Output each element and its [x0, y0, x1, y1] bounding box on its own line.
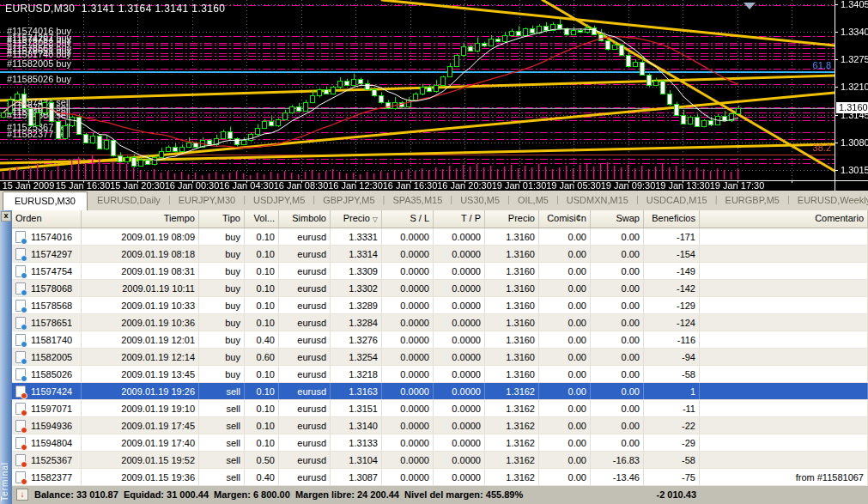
table-row-order-11582005[interactable]: 115820052009.01.19 12:14buy0.60eurusd1.3…	[12, 349, 868, 366]
tab-eurjpy-m30[interactable]: EURJPY,M30	[171, 191, 243, 210]
cell-precio: 1.3163	[331, 383, 382, 399]
price-axis-label: 1.3275	[841, 54, 868, 64]
price-chart-canvas[interactable]	[0, 0, 868, 191]
cell-tipo: sell	[199, 400, 245, 416]
table-row-order-11582377[interactable]: 115823772009.01.15 19:36sell0.40eurusd1.…	[12, 469, 868, 486]
cell-tipo: buy	[199, 280, 245, 296]
cell-tipo: sell	[199, 383, 245, 399]
cell-tipo: sell	[199, 434, 245, 451]
column-header-comentario[interactable]: Comentario	[700, 210, 868, 228]
tab-eurusd-daily[interactable]: EURUSD,Daily	[89, 191, 168, 210]
cell-tiempo: 2009.01.15 19:52	[82, 452, 199, 468]
cell-vol-: 0.40	[245, 331, 279, 348]
column-header-simbolo[interactable]: Simbolo	[279, 210, 331, 228]
tab-oil-m5[interactable]: OIL,M5	[510, 191, 556, 210]
table-row-order-11597424[interactable]: 115974242009.01.19 19:26sell0.10eurusd1.…	[12, 383, 868, 400]
cell-t-p: 0.0000	[434, 417, 485, 434]
cell-t-p: 0.0000	[434, 280, 485, 296]
table-row-order-11594804[interactable]: 115948042009.01.19 17:40sell0.10eurusd1.…	[12, 434, 868, 452]
cell-tiempo: 2009.01.19 10:33	[82, 297, 199, 313]
cell-precio: 1.3162	[485, 383, 539, 399]
column-header-orden[interactable]: Orden	[12, 210, 82, 228]
cell-precio: 1.3162	[485, 400, 539, 416]
tab-spa35-m15[interactable]: SPA35,M15	[385, 191, 450, 210]
cell-tiempo: 2009.01.19 08:09	[82, 228, 199, 245]
cell-orden: 11594936	[12, 417, 82, 434]
time-axis-label: 19 Jan 05:30	[546, 180, 601, 191]
column-header-precio[interactable]: Precio	[485, 210, 539, 228]
table-row-order-11585026[interactable]: 115850262009.01.19 13:45buy0.10eurusd1.3…	[12, 366, 868, 383]
order-buy-icon	[15, 265, 26, 277]
cell-beneficios: -22	[644, 417, 700, 434]
price-axis-label: 1.3210	[841, 82, 868, 92]
cell-comisi-n: 0.00	[539, 297, 591, 313]
cell-tiempo: 2009.01.19 10:11	[82, 280, 199, 296]
cell-precio: 1.3331	[331, 228, 382, 245]
cell-simbolo: eurusd	[279, 452, 331, 468]
table-row-order-11578568[interactable]: 115785682009.01.19 10:33buy0.10eurusd1.3…	[12, 297, 868, 314]
column-header-t-p[interactable]: T / P	[434, 210, 485, 228]
cell-comisi-n: 0.00	[539, 417, 591, 434]
table-row-order-11525367[interactable]: 115253672009.01.15 19:52sell0.50eurusd1.…	[12, 452, 868, 469]
cell-comentario	[700, 349, 868, 365]
cell-precio: 1.3087	[331, 469, 382, 485]
column-header-s-l[interactable]: S / L	[382, 210, 434, 228]
column-header-tipo[interactable]: Tipo	[199, 210, 245, 228]
table-row-order-11574754[interactable]: 115747542009.01.19 08:31buy0.10eurusd1.3…	[12, 263, 868, 280]
cell-precio: 1.3160	[485, 263, 539, 279]
cell-vol-: 0.10	[245, 366, 279, 382]
cell-t-p: 0.0000	[434, 228, 485, 245]
cell-tiempo: 2009.01.15 19:36	[82, 469, 199, 485]
tab-eurgbp-m5[interactable]: EURGBP,M5	[718, 191, 787, 210]
order-buy-icon	[15, 248, 26, 260]
cell-tipo: sell	[199, 469, 245, 485]
column-header-swap[interactable]: Swap	[591, 210, 644, 228]
cell-swap: 0.00	[591, 228, 644, 245]
cell-swap: 0.00	[591, 383, 644, 399]
total-profit: -2 010.43	[657, 486, 696, 504]
column-header-precio[interactable]: Precio▽	[331, 210, 382, 228]
table-row-order-11574297[interactable]: 115742972009.01.19 08:18buy0.10eurusd1.3…	[12, 246, 868, 263]
cell-tipo: buy	[199, 228, 245, 245]
order-buy-icon	[15, 351, 26, 363]
tab-eurusd-m30[interactable]: EURUSD,M30	[3, 191, 88, 210]
orders-table-body: 115740162009.01.19 08:09buy0.10eurusd1.3…	[12, 228, 868, 486]
cell-s-l: 0.0000	[382, 469, 434, 485]
cell-orden: 11525367	[12, 452, 82, 468]
cell-tiempo: 2009.01.19 12:14	[82, 349, 199, 365]
column-header-tiempo[interactable]: Tiempo	[82, 210, 199, 228]
tab-usdjpy-m5[interactable]: USDJPY,M5	[246, 191, 313, 210]
tab-usdmxn-m15[interactable]: USDMXN,M15	[559, 191, 636, 210]
column-header-beneficios[interactable]: Beneficios	[644, 210, 700, 228]
close-icon[interactable]: x	[1, 211, 11, 222]
cell-comentario	[700, 228, 868, 245]
tab-eurusd-weekly[interactable]: EURUSD,Weekly	[790, 191, 868, 210]
order-buy-icon	[15, 231, 26, 243]
cell-comisi-n: 0.00	[539, 263, 591, 279]
table-row-order-11578068[interactable]: 115780682009.01.19 10:11buy0.10eurusd1.3…	[12, 280, 868, 297]
order-sell-icon	[15, 454, 26, 466]
cell-vol-: 0.40	[245, 469, 279, 485]
table-row-order-11581740[interactable]: 115817402009.01.19 12:01buy0.40eurusd1.3…	[12, 331, 868, 349]
column-header-vol-[interactable]: Vol...	[245, 210, 279, 228]
cell-vol-: 0.10	[245, 297, 279, 313]
cell-swap: 0.00	[591, 400, 644, 416]
cell-t-p: 0.0000	[434, 263, 485, 279]
tab-usdcad-m15[interactable]: USDCAD,M15	[639, 191, 715, 210]
column-header-comisi-n[interactable]: Comisi¢n	[539, 210, 591, 228]
cell-orden: 11597071	[12, 400, 82, 416]
tab-us30-m5[interactable]: US30,M5	[452, 191, 507, 210]
cell-precio: 1.3162	[485, 469, 539, 485]
table-row-order-11594936[interactable]: 115949362009.01.19 17:45sell0.10eurusd1.…	[12, 417, 868, 434]
cell-swap: 0.00	[591, 366, 644, 382]
cell-comisi-n: 0.00	[539, 400, 591, 416]
order-buy-icon	[15, 368, 26, 380]
table-row-order-11578651[interactable]: 115786512009.01.19 10:36buy0.10eurusd1.3…	[12, 314, 868, 331]
cell-swap: -16.83	[591, 452, 644, 468]
cell-s-l: 0.0000	[382, 383, 434, 399]
table-row-order-11597071[interactable]: 115970712009.01.19 19:10sell0.10eurusd1.…	[12, 400, 868, 417]
table-row-order-11574016[interactable]: 115740162009.01.19 08:09buy0.10eurusd1.3…	[12, 228, 868, 246]
cell-swap: 0.00	[591, 434, 644, 451]
cell-vol-: 0.60	[245, 349, 279, 365]
tab-gbpjpy-m5[interactable]: GBPJPY,M5	[315, 191, 382, 210]
